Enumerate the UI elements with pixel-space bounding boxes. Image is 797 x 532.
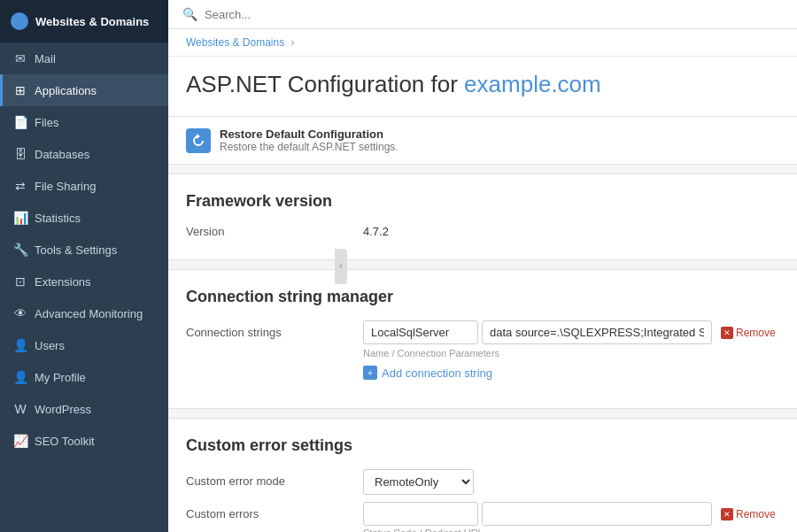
page-title-prefix: ASP.NET Configuration for [186, 71, 464, 97]
sidebar-item-mail[interactable]: ✉ Mail [0, 42, 168, 74]
content-area: Websites & Domains › ASP.NET Configurati… [168, 29, 797, 532]
restore-icon [186, 128, 211, 153]
sidebar-item-tools[interactable]: 🔧 Tools & Settings [0, 234, 168, 266]
restore-title[interactable]: Restore Default Configuration [220, 127, 398, 141]
file-sharing-icon: ⇄ [13, 179, 27, 193]
custom-error-section: Custom error settings Custom error mode … [168, 418, 797, 532]
sidebar: Websites & Domains ✉ Mail ⊞ Applications… [0, 0, 168, 532]
restore-block: Restore Default Configuration Restore th… [168, 117, 797, 165]
connection-strings-control: ✕ Remove Name / Connection Parameters + … [363, 320, 779, 380]
sidebar-collapse-handle[interactable]: ‹ [335, 249, 347, 284]
custom-errors-row: Custom errors ✕ Remove Status Code / Red… [186, 502, 779, 532]
sidebar-item-label: Files [35, 116, 58, 129]
version-row: Version 4.7.2 [186, 225, 779, 238]
sidebar-item-label: Tools & Settings [35, 243, 117, 257]
users-icon: 👤 [13, 338, 27, 352]
add-connection-string-button[interactable]: + Add connection string [363, 366, 492, 380]
custom-error-mode-select[interactable]: RemoteOnly On Off [363, 469, 474, 495]
sidebar-item-label: Users [35, 339, 65, 352]
custom-error-mode-row: Custom error mode RemoteOnly On Off [186, 469, 779, 495]
remove-icon: ✕ [721, 327, 733, 339]
custom-error-code-input[interactable] [363, 502, 478, 526]
sidebar-header-icon [11, 12, 28, 30]
page-header: ASP.NET Configuration for example.com [168, 57, 797, 117]
breadcrumb-separator: › [291, 36, 295, 49]
sidebar-item-applications[interactable]: ⊞ Applications [0, 74, 168, 106]
databases-icon: 🗄 [13, 147, 27, 161]
custom-error-remove-label: Remove [736, 508, 776, 520]
restore-text: Restore Default Configuration Restore th… [220, 127, 398, 153]
version-value: 4.7.2 [363, 225, 389, 238]
search-icon: 🔍 [182, 7, 197, 21]
breadcrumb: Websites & Domains › [168, 29, 797, 57]
version-label: Version [186, 225, 363, 238]
connection-params-input[interactable] [482, 320, 712, 344]
svg-marker-0 [197, 134, 200, 139]
my-profile-icon: 👤 [13, 370, 27, 384]
connection-remove-button[interactable]: ✕ Remove [721, 327, 776, 339]
sidebar-item-label: Statistics [35, 212, 81, 225]
files-icon: 📄 [13, 115, 27, 129]
add-connection-icon: + [363, 366, 377, 380]
sidebar-item-advanced-monitoring[interactable]: 👁 Advanced Monitoring [0, 297, 168, 329]
connection-strings-row: Connection strings ✕ Remove Name / Conne… [186, 320, 779, 380]
sidebar-item-label: SEO Toolkit [35, 435, 95, 448]
tools-icon: 🔧 [13, 243, 27, 257]
custom-error-remove-button[interactable]: ✕ Remove [721, 508, 776, 520]
sidebar-item-my-profile[interactable]: 👤 My Profile [0, 361, 168, 393]
sidebar-item-statistics[interactable]: 📊 Statistics [0, 202, 168, 234]
custom-error-mode-label: Custom error mode [186, 469, 363, 488]
add-connection-label: Add connection string [382, 366, 492, 380]
custom-error-url-input[interactable] [482, 502, 712, 526]
sidebar-header[interactable]: Websites & Domains [0, 0, 168, 42]
main-content: 🔍 Websites & Domains › ASP.NET Configura… [168, 0, 797, 532]
custom-error-mode-control: RemoteOnly On Off [363, 469, 779, 495]
connection-strings-label: Connection strings [186, 320, 363, 339]
custom-error-hint: Status Code / Redirect URL [363, 528, 779, 532]
sidebar-item-databases[interactable]: 🗄 Databases [0, 138, 168, 170]
sidebar-item-label: Advanced Monitoring [35, 307, 143, 320]
sidebar-item-files[interactable]: 📄 Files [0, 106, 168, 138]
custom-error-title: Custom error settings [186, 436, 779, 455]
seo-toolkit-icon: 📈 [13, 434, 27, 448]
sidebar-item-seo-toolkit[interactable]: 📈 SEO Toolkit [0, 425, 168, 457]
wordpress-icon: W [13, 402, 27, 416]
connection-string-section: Connection string manager Connection str… [168, 269, 797, 409]
custom-errors-control: ✕ Remove Status Code / Redirect URL + Ad… [363, 502, 779, 532]
sidebar-item-label: Extensions [35, 275, 91, 289]
extensions-icon: ⊡ [13, 274, 27, 289]
connection-entry: ✕ Remove [363, 320, 779, 344]
breadcrumb-parent[interactable]: Websites & Domains [186, 36, 284, 49]
search-bar: 🔍 [168, 0, 797, 29]
statistics-icon: 📊 [13, 211, 27, 225]
page-title: ASP.NET Configuration for example.com [186, 71, 779, 98]
sidebar-item-extensions[interactable]: ⊡ Extensions [0, 266, 168, 297]
applications-icon: ⊞ [13, 83, 27, 97]
sidebar-item-file-sharing[interactable]: ⇄ File Sharing [0, 170, 168, 202]
connection-name-input[interactable] [363, 320, 478, 344]
page-domain: example.com [464, 71, 601, 97]
sidebar-item-label: Applications [35, 84, 97, 97]
restore-subtitle: Restore the default ASP.NET settings. [220, 141, 398, 153]
search-input[interactable] [205, 8, 783, 21]
remove-label: Remove [736, 327, 776, 339]
sidebar-item-users[interactable]: 👤 Users [0, 329, 168, 361]
framework-section-title: Framework version [186, 192, 779, 211]
sidebar-item-label: WordPress [35, 403, 91, 416]
custom-error-remove-icon: ✕ [721, 508, 733, 520]
sidebar-header-label: Websites & Domains [35, 15, 149, 28]
connection-string-title: Connection string manager [186, 288, 779, 306]
sidebar-item-wordpress[interactable]: W WordPress [0, 393, 168, 425]
sidebar-item-label: My Profile [35, 371, 86, 384]
custom-errors-label: Custom errors [186, 502, 363, 520]
sidebar-item-label: File Sharing [35, 180, 96, 193]
framework-section: Framework version Version 4.7.2 [168, 173, 797, 260]
mail-icon: ✉ [13, 51, 27, 66]
sidebar-item-label: Mail [35, 52, 56, 66]
connection-hint: Name / Connection Parameters [363, 348, 779, 359]
sidebar-item-label: Databases [35, 148, 89, 161]
advanced-monitoring-icon: 👁 [13, 306, 27, 320]
custom-error-entry: ✕ Remove [363, 502, 779, 526]
